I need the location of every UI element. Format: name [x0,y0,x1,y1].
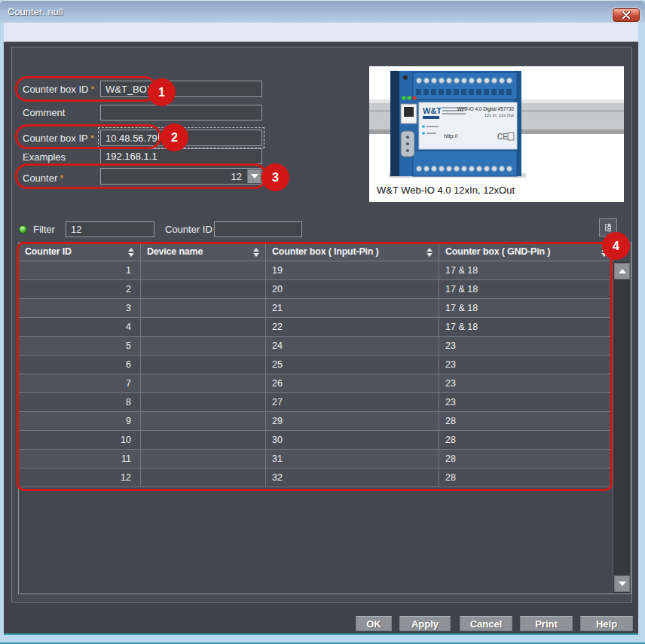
column-settings-button[interactable] [599,218,617,237]
cell-gnd-pin: 17 & 18 [439,318,613,336]
table-row[interactable]: 123228 [19,469,613,487]
column-header-device-name[interactable]: Device name [141,243,266,261]
table-row[interactable]: 42217 & 18 [19,318,613,337]
counter-box-ip-input[interactable]: 10.48.56.79 [100,130,262,146]
scroll-up-button[interactable] [614,263,630,279]
cell-gnd-pin: 28 [439,450,613,468]
sort-icon[interactable] [128,248,134,257]
counter-table: Counter ID Device name Counter box ( Inp… [18,243,631,594]
ok-button[interactable]: OK [356,616,392,631]
required-asterisk: * [60,172,63,184]
device-illustration: W&T Web-IO 4.0 Digital #57730 12x In, 12… [369,66,624,179]
cell-counter-id: 2 [19,280,141,298]
cell-input-pin: 21 [266,299,439,317]
cell-device-name [141,393,266,411]
column-title: Device name [147,246,203,257]
counter-dialog: Counter: null Counter box ID* Comment Co… [0,0,645,644]
table-row[interactable]: 82723 [19,393,613,412]
cell-device-name [141,469,266,487]
required-asterisk: * [90,84,94,95]
counter-box-id-input[interactable]: W&T_BOX [100,81,262,97]
cell-counter-id: 4 [19,318,141,336]
examples-label: Examples [23,151,66,164]
menu-strip [4,23,638,42]
input-value: 10.48.56.79 [105,133,157,144]
cell-input-pin: 32 [266,469,439,487]
input-value: 192.168.1.1 [105,151,157,162]
cell-counter-id: 6 [19,356,141,374]
label-text: Counter box IP [23,133,88,144]
table-row[interactable]: 62523 [19,356,613,374]
counter-id-filter-label: Counter ID [165,223,212,237]
cell-gnd-pin: 23 [439,393,613,411]
table-row[interactable]: 113128 [19,450,613,469]
counter-dropdown-button[interactable] [247,169,261,183]
cell-device-name [141,261,266,279]
cancel-button[interactable]: Cancel [460,616,512,631]
cell-input-pin: 31 [266,450,439,468]
cell-input-pin: 24 [266,337,439,355]
table-row[interactable]: 92928 [19,412,613,431]
filter-led-icon [19,225,27,233]
counter-id-filter-input[interactable] [214,221,302,237]
cell-device-name [141,374,266,392]
tree-icon [603,222,613,233]
table-row[interactable]: 22017 & 18 [19,280,613,299]
cell-gnd-pin: 28 [439,412,613,430]
cell-gnd-pin: 17 & 18 [439,280,613,298]
comment-input[interactable] [100,105,262,121]
title-bar[interactable]: Counter: null [0,0,645,23]
close-button[interactable] [613,8,640,22]
print-button[interactable]: Print [520,616,573,631]
arrow-down-icon [619,581,626,586]
product-image: W&T Web-IO 4.0 Digital #57730 12x In, 12… [369,66,624,202]
table-row[interactable]: 52423 [19,337,613,356]
cell-gnd-pin: 17 & 18 [439,261,613,279]
table-row[interactable]: 32117 & 18 [19,299,613,318]
counter-select[interactable]: 12 [100,168,262,185]
help-button[interactable]: Help [580,616,633,631]
table-header: Counter ID Device name Counter box ( Inp… [19,243,613,261]
cell-counter-id: 9 [19,412,141,430]
scroll-down-button[interactable] [614,575,630,592]
label-text: Counter box ID [23,84,88,95]
column-title: Counter box ( Input-Pin ) [272,246,379,257]
cell-gnd-pin: 28 [439,431,613,449]
sort-icon[interactable] [426,248,433,257]
cell-input-pin: 29 [266,412,439,430]
column-header-input-pin[interactable]: Counter box ( Input-Pin ) [266,243,439,261]
text-caret [158,133,159,143]
examples-input[interactable]: 192.168.1.1 [100,148,262,164]
cell-device-name [141,280,266,298]
label-text: Examples [23,151,66,163]
cell-device-name [141,450,266,468]
cell-counter-id: 12 [19,469,141,487]
cell-gnd-pin: 23 [439,356,613,374]
svg-text:http://: http:// [444,133,459,139]
cell-counter-id: 1 [19,261,141,279]
cell-input-pin: 19 [266,261,439,279]
cell-input-pin: 30 [266,431,439,449]
table-scrollbar[interactable] [613,262,630,593]
table-row[interactable]: 103028 [19,431,613,450]
filter-label: Filter [33,223,55,237]
table-row[interactable]: 11917 & 18 [19,261,613,280]
cell-counter-id: 3 [19,299,141,317]
filter-input[interactable]: 12 [66,221,154,237]
column-header-gnd-pin[interactable]: Counter box ( GND-Pin ) [439,243,613,261]
counter-box-id-label: Counter box ID* [23,83,95,96]
sort-icon[interactable] [253,248,259,257]
cell-device-name [141,318,266,336]
label-text: Comment [23,107,65,118]
cell-counter-id: 5 [19,337,141,355]
sort-icon[interactable] [601,248,607,257]
apply-button[interactable]: Apply [399,616,451,631]
column-header-counter-id[interactable]: Counter ID [19,243,141,261]
counter-box-ip-label: Counter box IP* [23,132,94,145]
cell-counter-id: 7 [19,374,141,392]
selected-value: 12 [231,171,242,182]
table-row[interactable]: 72623 [19,374,613,393]
cell-counter-id: 10 [19,431,141,449]
column-title: Counter box ( GND-Pin ) [445,246,550,257]
cell-gnd-pin: 28 [439,469,613,487]
